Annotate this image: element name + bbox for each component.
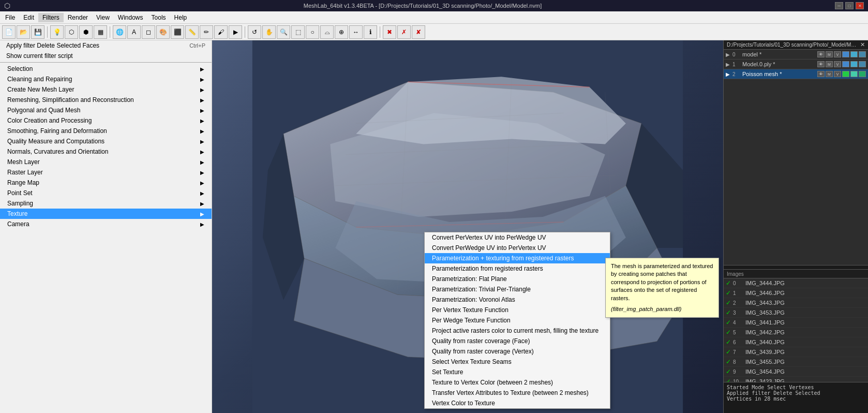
vertex-label-button[interactable]: A — [127, 25, 141, 39]
layer-icon-a[interactable]: M — [826, 51, 833, 57]
menu-edit[interactable]: Edit — [19, 13, 38, 22]
menu-section-quality[interactable]: Quality Measure and Computations ▶ — [0, 136, 212, 146]
image-item-6[interactable]: ✓ 6 IMG_3440.JPG — [724, 337, 868, 347]
menu-section-selection[interactable]: Selection ▶ — [0, 64, 212, 74]
solid-button[interactable]: ⬢ — [79, 25, 93, 39]
submenu-item-project-rasters[interactable]: Project active rasters color to current … — [425, 326, 610, 336]
submenu-item-param-texturing[interactable]: Parameterization + texturing from regist… — [425, 253, 610, 263]
image-item-2[interactable]: ✓ 2 IMG_3443.JPG — [724, 298, 868, 308]
submenu-item-flat-plane[interactable]: Parametrization: Flat Plane — [425, 274, 610, 284]
menu-section-color[interactable]: Color Creation and Processing ▶ — [0, 115, 212, 126]
image-item-1[interactable]: ✓ 1 IMG_3446.JPG — [724, 288, 868, 298]
menu-section-polygonal[interactable]: Polygonal and Quad Mesh ▶ — [0, 105, 212, 115]
close-button[interactable]: ✕ — [856, 2, 864, 9]
layer-icon-e[interactable] — [859, 61, 866, 67]
save-button[interactable]: 💾 — [31, 25, 44, 39]
layer-icon-b[interactable]: V — [834, 71, 841, 77]
submenu-item-set-texture[interactable]: Set Texture — [425, 367, 610, 377]
select-brush-button[interactable]: ○ — [306, 25, 319, 39]
submenu-item-quality-face[interactable]: Quality from raster coverage (Face) — [425, 336, 610, 346]
menu-view[interactable]: View — [92, 13, 114, 22]
layer-icon-c[interactable] — [842, 51, 849, 57]
layer-icon-d[interactable] — [850, 61, 858, 67]
submenu-item-trivial-triangle[interactable]: Parametrization: Trivial Per-Triangle — [425, 284, 610, 294]
submenu-item-transfer-vertex[interactable]: Transfer Vertex Attributes to Texture (b… — [425, 388, 610, 398]
show-script-item[interactable]: Show current filter script — [0, 51, 212, 61]
menu-tools[interactable]: Tools — [147, 13, 170, 22]
right-panel-close-icon[interactable]: ✕ — [860, 41, 865, 48]
image-item-3[interactable]: ✓ 3 IMG_3453.JPG — [724, 308, 868, 318]
ruler-button[interactable]: ↔ — [349, 25, 363, 39]
layer-icon-b[interactable]: V — [834, 51, 841, 57]
measure-button[interactable]: 📏 — [185, 25, 199, 39]
apply-filter-item[interactable]: Apply filter Delete Selected Faces Ctrl+… — [0, 40, 212, 51]
layer-icon-a[interactable]: M — [826, 61, 833, 67]
lasso-button[interactable]: ⌓ — [320, 25, 334, 39]
delete-all-button[interactable]: ✘ — [412, 25, 425, 39]
menu-filters[interactable]: Filters — [38, 13, 64, 22]
delete-face-button[interactable]: ✖ — [383, 25, 396, 39]
light-button[interactable]: 💡 — [50, 25, 64, 39]
layer-item-1[interactable]: ▶ 1 Model.0.ply * 👁 M V — [724, 60, 868, 69]
info-button[interactable]: ℹ — [364, 25, 377, 39]
layer-icon-c[interactable] — [842, 71, 849, 77]
box-button[interactable]: ⬛ — [171, 25, 184, 39]
menu-section-sampling[interactable]: Sampling ▶ — [0, 198, 212, 209]
submenu-item-param-registered[interactable]: Parameterization from registered rasters — [425, 263, 610, 274]
delete-vertex-button[interactable]: ✗ — [397, 25, 411, 39]
layer-icon-eye[interactable]: 👁 — [817, 71, 825, 77]
select-button[interactable]: ▶ — [229, 25, 242, 39]
layer-scrollbar[interactable] — [724, 265, 868, 269]
layer-icon-c[interactable] — [842, 61, 849, 67]
menu-section-mesh-layer[interactable]: Mesh Layer ▶ — [0, 157, 212, 167]
menu-section-cleaning[interactable]: Cleaning and Repairing ▶ — [0, 74, 212, 84]
menu-section-camera[interactable]: Camera ▶ — [0, 219, 212, 229]
pick-button[interactable]: ✏ — [200, 25, 213, 39]
image-item-7[interactable]: ✓ 7 IMG_3439.JPG — [724, 347, 868, 357]
image-item-5[interactable]: ✓ 5 IMG_3442.JPG — [724, 328, 868, 337]
menu-section-create-mesh[interactable]: Create New Mesh Layer ▶ — [0, 84, 212, 95]
layer-icon-d[interactable] — [850, 51, 858, 57]
pick-point-button[interactable]: ⊕ — [335, 25, 348, 39]
wireframe-button[interactable]: ⬡ — [65, 25, 78, 39]
open-button[interactable]: 📂 — [17, 25, 30, 39]
layer-icon-b[interactable]: V — [834, 61, 841, 67]
paint-button[interactable]: 🖌 — [214, 25, 228, 39]
color-button[interactable]: 🎨 — [156, 25, 170, 39]
menu-help[interactable]: Help — [170, 13, 191, 22]
submenu-item-pervertex-to-perwedge[interactable]: Convert PerVertex UV into PerWedge UV — [425, 232, 610, 243]
texture-button[interactable]: ▦ — [94, 25, 107, 39]
maximize-button[interactable]: □ — [845, 2, 854, 9]
submenu-item-per-vertex-texture-fn[interactable]: Per Vertex Texture Function — [425, 305, 610, 315]
submenu-item-per-wedge-texture-fn[interactable]: Per Wedge Texture Function — [425, 315, 610, 326]
minimize-button[interactable]: ─ — [835, 2, 843, 9]
image-item-8[interactable]: ✓ 8 IMG_3455.JPG — [724, 357, 868, 367]
zoom-button[interactable]: 🔍 — [277, 25, 290, 39]
menu-section-range-map[interactable]: Range Map ▶ — [0, 178, 212, 188]
layer-icon-e[interactable] — [859, 71, 866, 77]
menu-section-raster-layer[interactable]: Raster Layer ▶ — [0, 167, 212, 178]
submenu-item-quality-vertex[interactable]: Quality from raster coverage (Vertex) — [425, 346, 610, 357]
submenu-item-texture-to-vertex[interactable]: Texture to Vertex Color (between 2 meshe… — [425, 377, 610, 388]
submenu-item-select-vertex-seams[interactable]: Select Vertex Texture Seams — [425, 357, 610, 367]
new-button[interactable]: 📄 — [2, 25, 16, 39]
menu-windows[interactable]: Windows — [114, 13, 147, 22]
image-item-0[interactable]: ✓ 0 IMG_3444.JPG — [724, 278, 868, 288]
menu-section-smoothing[interactable]: Smoothing, Fairing and Deformation ▶ — [0, 126, 212, 136]
submenu-item-vertex-color-to-texture[interactable]: Vertex Color to Texture — [425, 398, 610, 408]
menu-section-remeshing[interactable]: Remeshing, Simplification and Reconstruc… — [0, 95, 212, 105]
menu-section-texture[interactable]: Texture ▶ — [0, 209, 212, 219]
submenu-item-voronoi[interactable]: Parametrization: Voronoi Atlas — [425, 294, 610, 305]
select-rect-button[interactable]: ⬚ — [291, 25, 305, 39]
layer-icon-d[interactable] — [850, 71, 858, 77]
layer-item-2[interactable]: ▶ 2 Poisson mesh * 👁 M V — [724, 69, 868, 79]
menu-section-point-set[interactable]: Point Set ▶ — [0, 188, 212, 198]
layer-icon-eye[interactable]: 👁 — [817, 61, 825, 67]
layer-icon-e[interactable] — [859, 51, 866, 57]
menu-section-normals[interactable]: Normals, Curvatures and Orientation ▶ — [0, 146, 212, 157]
image-item-4[interactable]: ✓ 4 IMG_3441.JPG — [724, 318, 868, 328]
layer-icon-a[interactable]: M — [826, 71, 833, 77]
menu-render[interactable]: Render — [64, 13, 92, 22]
3d-viewport[interactable]: Convert PerVertex UV into PerWedge UV Co… — [212, 40, 723, 413]
pan-button[interactable]: ✋ — [262, 25, 276, 39]
